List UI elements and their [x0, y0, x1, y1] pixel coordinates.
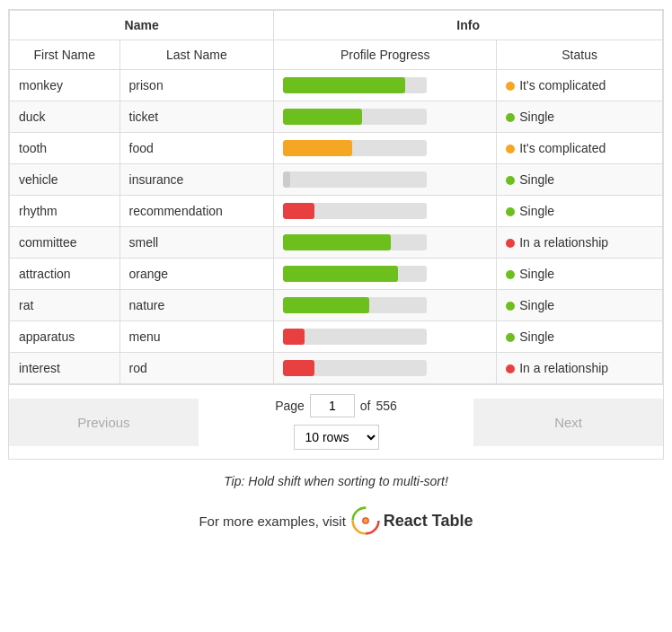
page-input[interactable]: [310, 394, 355, 417]
cell-first-name: monkey: [10, 70, 120, 101]
cell-last-name: menu: [119, 321, 274, 353]
progress-bar-container: [283, 266, 427, 282]
cell-last-name: smell: [119, 227, 274, 259]
col-status[interactable]: Status: [497, 40, 663, 70]
status-text: In a relationship: [519, 235, 608, 250]
tip-text: Tip: Hold shift when sorting to multi-so…: [224, 474, 448, 488]
brand-name: React Table: [384, 512, 473, 531]
status-text: Single: [519, 267, 554, 281]
col-last-name[interactable]: Last Name: [119, 40, 274, 70]
cell-first-name: rhythm: [10, 196, 120, 227]
cell-status: It's complicated: [497, 70, 663, 101]
table-row: ratnatureSingle: [10, 290, 663, 321]
page-info: Page of 556 5 rows10 rows20 rows25 rows5…: [199, 385, 473, 459]
progress-bar: [283, 266, 398, 282]
cell-last-name: rod: [119, 353, 274, 384]
react-table-icon: [351, 506, 380, 535]
cell-progress: [274, 70, 497, 101]
rows-select-row: 5 rows10 rows20 rows25 rows50 rows100 ro…: [294, 425, 379, 450]
group-header-name: Name: [10, 11, 274, 40]
cell-first-name: tooth: [10, 133, 120, 164]
cell-progress: [274, 227, 497, 259]
status-dot: [506, 176, 515, 185]
cell-last-name: recommendation: [119, 196, 274, 227]
status-dot: [506, 302, 515, 311]
of-label: of: [360, 399, 371, 413]
progress-bar: [283, 297, 369, 313]
progress-bar: [283, 329, 305, 345]
table-row: attractionorangeSingle: [10, 259, 663, 290]
table-row: apparatusmenuSingle: [10, 321, 663, 353]
status-dot: [506, 82, 515, 91]
previous-button[interactable]: Previous: [9, 399, 199, 446]
status-dot: [506, 333, 515, 342]
col-first-name[interactable]: First Name: [10, 40, 120, 70]
cell-first-name: attraction: [10, 259, 120, 290]
progress-bar-container: [283, 203, 427, 219]
cell-last-name: ticket: [119, 101, 274, 133]
cell-first-name: committee: [10, 227, 120, 259]
cell-status: In a relationship: [497, 353, 663, 384]
table-row: rhythmrecommendationSingle: [10, 196, 663, 227]
status-dot: [506, 113, 515, 122]
cell-status: Single: [497, 164, 663, 196]
progress-bar: [283, 109, 362, 125]
progress-bar-container: [283, 77, 427, 93]
cell-first-name: apparatus: [10, 321, 120, 353]
table-row: vehicleinsuranceSingle: [10, 164, 663, 196]
data-table: Name Info First Name Last Name Profile P…: [8, 9, 664, 385]
status-text: Single: [519, 329, 554, 344]
progress-bar-container: [283, 140, 427, 156]
cell-status: In a relationship: [497, 227, 663, 259]
table-row: committeesmellIn a relationship: [10, 227, 663, 259]
cell-progress: [274, 164, 497, 196]
next-button[interactable]: Next: [473, 399, 663, 446]
status-dot: [506, 270, 515, 279]
cell-status: Single: [497, 196, 663, 227]
progress-bar-container: [283, 234, 427, 250]
status-text: Single: [519, 204, 554, 218]
progress-bar: [283, 140, 352, 156]
cell-last-name: food: [119, 133, 274, 164]
table-body: monkeyprisonIt's complicatedduckticketSi…: [10, 70, 663, 384]
cell-first-name: duck: [10, 101, 120, 133]
cell-progress: [274, 353, 497, 384]
table-row: monkeyprisonIt's complicated: [10, 70, 663, 101]
status-dot: [506, 364, 515, 373]
svg-point-4: [363, 518, 367, 522]
cell-status: Single: [497, 259, 663, 290]
cell-progress: [274, 321, 497, 353]
status-text: Single: [519, 110, 554, 124]
cell-first-name: vehicle: [10, 164, 120, 196]
cell-last-name: prison: [119, 70, 274, 101]
cell-status: Single: [497, 290, 663, 321]
status-dot: [506, 145, 515, 154]
cell-status: Single: [497, 321, 663, 353]
cell-progress: [274, 101, 497, 133]
progress-bar-container: [283, 297, 427, 313]
progress-bar: [283, 171, 290, 188]
col-profile-progress[interactable]: Profile Progress: [274, 40, 497, 70]
status-text: It's complicated: [519, 141, 606, 155]
pagination-bar: Previous Page of 556 5 rows10 rows20 row…: [8, 385, 664, 460]
progress-bar-container: [283, 360, 427, 376]
cell-last-name: insurance: [119, 164, 274, 196]
cell-progress: [274, 290, 497, 321]
cell-last-name: orange: [119, 259, 274, 290]
cell-progress: [274, 259, 497, 290]
col-header-row: First Name Last Name Profile Progress St…: [10, 40, 663, 70]
table-row: interestrodIn a relationship: [10, 353, 663, 384]
progress-bar: [283, 360, 314, 376]
progress-bar-container: [283, 329, 427, 345]
page-number-row: Page of 556: [275, 394, 397, 417]
rows-select[interactable]: 5 rows10 rows20 rows25 rows50 rows100 ro…: [294, 425, 379, 450]
progress-bar: [283, 77, 405, 93]
status-dot: [506, 207, 515, 216]
progress-bar-container: [283, 171, 427, 188]
cell-status: Single: [497, 101, 663, 133]
cell-status: It's complicated: [497, 133, 663, 164]
footer-text: For more examples, visit: [199, 514, 345, 529]
status-text: It's complicated: [519, 78, 606, 92]
status-text: Single: [519, 298, 554, 312]
table-row: duckticketSingle: [10, 101, 663, 133]
